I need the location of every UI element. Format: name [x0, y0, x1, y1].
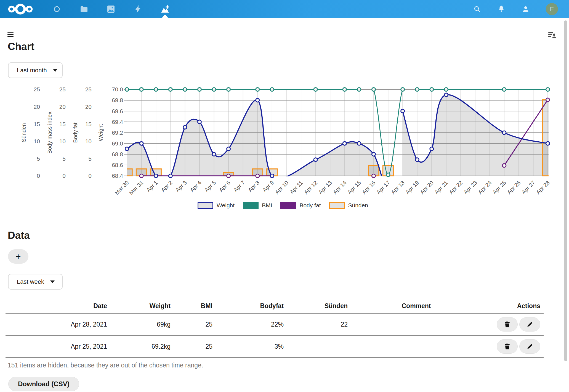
data-range-select[interactable]: Last week	[8, 274, 63, 290]
data-section-title: Data	[8, 230, 30, 241]
cell-weight: 69kg	[110, 313, 174, 335]
svg-text:Apr 2: Apr 2	[160, 179, 173, 193]
edit-button[interactable]	[519, 339, 540, 354]
legend-item-bodyfat[interactable]: Body fat	[280, 202, 321, 209]
svg-text:Apr 7: Apr 7	[232, 179, 246, 193]
svg-text:Apr 10: Apr 10	[274, 179, 289, 195]
cell-sunden	[287, 335, 351, 357]
trash-icon	[504, 321, 511, 328]
svg-text:Apr 20: Apr 20	[419, 179, 435, 195]
svg-text:70.0: 70.0	[112, 86, 123, 92]
svg-text:Body mass index: Body mass index	[47, 112, 53, 153]
legend-item-weight[interactable]: Weight	[198, 202, 235, 209]
app-files-icon[interactable]	[79, 4, 89, 14]
vertical-scrollbar[interactable]	[564, 20, 567, 361]
svg-text:15: 15	[59, 121, 66, 127]
legend-swatch-bodyfat	[280, 202, 296, 209]
person-filter-icon[interactable]	[547, 30, 557, 40]
svg-text:Apr 18: Apr 18	[390, 179, 406, 195]
svg-text:69.0: 69.0	[112, 140, 123, 147]
pencil-icon	[526, 321, 533, 328]
legend-swatch-sunden	[329, 202, 345, 209]
app-activity-icon[interactable]	[133, 4, 143, 14]
svg-text:10: 10	[59, 138, 66, 144]
table-header-row: Date Weight BMI Bodyfat Sünden Comment A…	[6, 299, 544, 313]
svg-text:Apr 27: Apr 27	[520, 179, 536, 195]
cell-comment	[351, 313, 482, 335]
svg-text:5: 5	[62, 155, 66, 162]
cell-weight: 69.2kg	[110, 335, 174, 357]
search-icon[interactable]	[473, 5, 481, 13]
user-avatar[interactable]: F	[546, 3, 558, 15]
cell-bmi: 25	[174, 335, 216, 357]
col-header-bodyfat: Bodyfat	[216, 299, 287, 313]
edit-button[interactable]	[519, 317, 540, 332]
chart-range-value: Last month	[17, 67, 47, 74]
svg-text:Apr 6: Apr 6	[218, 179, 232, 193]
delete-button[interactable]	[497, 317, 518, 332]
svg-text:15: 15	[85, 121, 92, 127]
download-csv-button[interactable]: Download (CSV)	[8, 377, 79, 391]
notifications-bell-icon[interactable]	[497, 5, 506, 13]
header-right-actions: F	[473, 0, 558, 18]
cell-bodyfat: 22%	[216, 313, 287, 335]
svg-text:Apr 23: Apr 23	[462, 179, 478, 195]
svg-text:Apr 15: Apr 15	[346, 179, 362, 195]
hidden-items-note: 151 items are hidden, because they are o…	[8, 362, 203, 369]
row-actions	[485, 314, 540, 335]
data-range-value: Last week	[17, 278, 44, 285]
col-header-sunden: Sünden	[287, 299, 351, 313]
svg-text:Apr 24: Apr 24	[477, 179, 493, 195]
svg-text:0: 0	[88, 173, 92, 179]
pencil-icon	[526, 343, 533, 350]
trash-icon	[504, 343, 511, 350]
col-header-bmi: BMI	[174, 299, 216, 313]
cell-bmi: 25	[174, 313, 216, 335]
svg-text:Weight: Weight	[98, 124, 104, 141]
svg-text:25: 25	[34, 86, 40, 92]
nextcloud-logo-icon[interactable]	[8, 3, 33, 15]
svg-text:Mar 31: Mar 31	[128, 179, 145, 196]
health-app-page: F Chart Last month 68.468.668.869.069.26…	[0, 0, 569, 392]
chevron-down-icon	[50, 280, 55, 283]
svg-text:Apr 4: Apr 4	[189, 179, 202, 193]
svg-text:Apr 5: Apr 5	[203, 179, 217, 193]
app-menu-toggle-icon[interactable]	[7, 32, 14, 38]
svg-text:68.4: 68.4	[112, 173, 123, 179]
svg-text:20: 20	[85, 104, 92, 110]
svg-text:0: 0	[37, 173, 40, 179]
svg-text:25: 25	[85, 86, 92, 92]
svg-text:5: 5	[37, 155, 40, 162]
svg-text:Apr 25: Apr 25	[491, 179, 507, 195]
app-dashboard-icon[interactable]	[52, 4, 62, 14]
add-entry-button[interactable]: +	[8, 249, 28, 264]
svg-text:68.8: 68.8	[112, 151, 123, 157]
legend-item-bmi[interactable]: BMI	[243, 202, 272, 209]
svg-text:Body fat: Body fat	[72, 122, 78, 143]
cell-comment	[351, 335, 482, 357]
contacts-icon[interactable]	[522, 5, 530, 13]
svg-text:Apr 9: Apr 9	[261, 179, 275, 193]
svg-text:Apr 26: Apr 26	[506, 179, 522, 195]
legend-swatch-bmi	[243, 202, 259, 209]
app-photos-icon[interactable]	[106, 4, 116, 14]
legend-swatch-weight	[198, 202, 213, 209]
svg-text:Sünden: Sünden	[21, 123, 27, 142]
svg-text:15: 15	[34, 121, 40, 127]
col-header-actions: Actions	[482, 299, 544, 313]
active-app-indicator	[162, 14, 168, 18]
legend-item-sunden[interactable]: Sünden	[329, 202, 368, 209]
chart-range-select[interactable]: Last month	[8, 62, 63, 78]
svg-text:Mar 30: Mar 30	[113, 179, 130, 196]
svg-text:0: 0	[62, 173, 66, 179]
app-health-icon[interactable]	[160, 4, 170, 14]
svg-text:20: 20	[59, 104, 66, 110]
svg-text:20: 20	[34, 104, 40, 110]
delete-button[interactable]	[497, 339, 518, 354]
cell-date: Apr 28, 2021	[6, 313, 110, 335]
svg-text:Apr 1: Apr 1	[145, 179, 159, 193]
top-header-bar: F	[0, 0, 569, 18]
col-header-date: Date	[6, 299, 110, 313]
svg-text:Apr 12: Apr 12	[303, 179, 318, 195]
svg-text:69.2: 69.2	[112, 129, 123, 136]
